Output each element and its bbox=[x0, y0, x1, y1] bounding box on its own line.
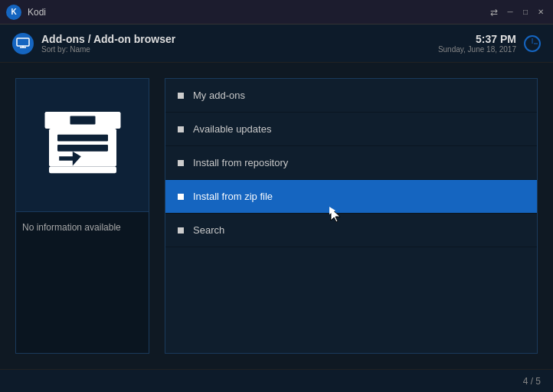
clock-icon bbox=[524, 35, 541, 52]
right-panel: My add-ons Available updates Install fro… bbox=[165, 78, 538, 354]
menu-item-available-updates[interactable]: Available updates bbox=[165, 113, 537, 146]
addon-image-box bbox=[15, 78, 149, 212]
menu-bullet-install-from-zip bbox=[178, 194, 184, 200]
left-panel: No information available bbox=[15, 78, 157, 354]
menu-label-search: Search bbox=[193, 224, 224, 236]
page-indicator: 4 / 5 bbox=[523, 376, 541, 387]
sort-subtitle: Sort by: Name bbox=[41, 45, 175, 54]
header-left: Add-ons / Add-on browser Sort by: Name bbox=[12, 33, 175, 54]
header-bar: Add-ons / Add-on browser Sort by: Name 5… bbox=[0, 24, 553, 63]
title-bar-left: K Kodi bbox=[6, 5, 46, 20]
close-button[interactable]: ✕ bbox=[535, 6, 547, 18]
date-display: Sunday, June 18, 2017 bbox=[438, 45, 516, 54]
svg-rect-6 bbox=[57, 134, 108, 141]
menu-label-available-updates: Available updates bbox=[193, 123, 271, 135]
header-time: 5:37 PM Sunday, June 18, 2017 bbox=[438, 33, 516, 54]
menu-item-search[interactable]: Search bbox=[165, 214, 537, 247]
transfer-icon: ⇄ bbox=[490, 7, 498, 18]
title-bar: K Kodi ⇄ ─ □ ✕ bbox=[0, 0, 553, 24]
menu-bullet-my-addons bbox=[178, 93, 184, 99]
addon-icon-svg bbox=[41, 103, 125, 188]
svg-rect-5 bbox=[70, 116, 95, 124]
header-right: 5:37 PM Sunday, June 18, 2017 bbox=[438, 33, 541, 54]
menu-item-install-from-zip[interactable]: Install from zip file bbox=[165, 180, 537, 214]
footer-bar: 4 / 5 bbox=[0, 369, 553, 392]
window-controls: ⇄ ─ □ ✕ bbox=[490, 6, 547, 18]
time-display: 5:37 PM bbox=[438, 33, 516, 45]
menu-bullet-available-updates bbox=[178, 126, 184, 132]
main-content: No information available My add-ons Avai… bbox=[0, 63, 553, 369]
page-title: Add-ons / Add-on browser bbox=[41, 33, 175, 45]
svg-rect-9 bbox=[49, 166, 116, 173]
menu-label-install-from-repository: Install from repository bbox=[193, 157, 288, 168]
app-title: Kodi bbox=[28, 7, 46, 18]
kodi-logo-icon: K bbox=[6, 5, 21, 20]
no-info-label: No information available bbox=[22, 222, 121, 233]
menu-bullet-search bbox=[178, 227, 184, 234]
menu-bullet-install-from-repository bbox=[178, 160, 184, 166]
svg-rect-0 bbox=[17, 38, 29, 46]
menu-item-my-addons[interactable]: My add-ons bbox=[165, 79, 537, 113]
addon-browser-icon bbox=[12, 33, 34, 54]
menu-item-install-from-repository[interactable]: Install from repository bbox=[165, 146, 537, 180]
header-text-group: Add-ons / Add-on browser Sort by: Name bbox=[41, 33, 175, 54]
minimize-button[interactable]: ─ bbox=[504, 6, 516, 18]
svg-rect-7 bbox=[57, 144, 108, 151]
menu-label-my-addons: My add-ons bbox=[193, 90, 245, 101]
addon-info-box: No information available bbox=[15, 212, 149, 354]
maximize-button[interactable]: □ bbox=[519, 6, 532, 18]
menu-label-install-from-zip: Install from zip file bbox=[193, 191, 273, 202]
